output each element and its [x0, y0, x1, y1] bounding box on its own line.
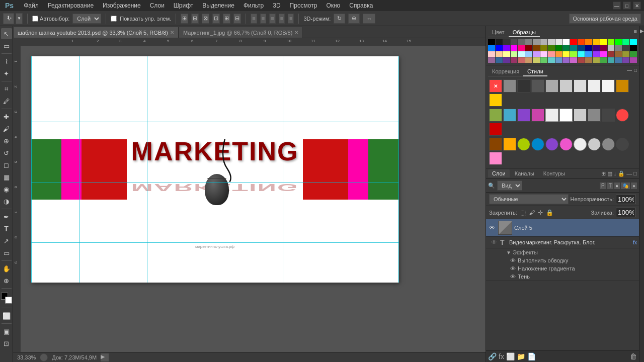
layer-text-eye[interactable]: 👁 — [490, 239, 498, 246]
color-swatch-0-1[interactable] — [496, 39, 503, 45]
color-swatch-3-9[interactable] — [555, 57, 562, 63]
align-center-btn[interactable]: ⊟ — [191, 14, 199, 24]
color-swatch-1-7[interactable] — [540, 45, 547, 51]
gradient-tool[interactable]: ▦ — [1, 171, 12, 183]
corr-icon-18[interactable] — [588, 109, 601, 122]
color-swatch-3-16[interactable] — [608, 57, 615, 63]
maximize-btn[interactable]: □ — [623, 2, 631, 10]
stamp-tool[interactable]: ⊕ — [1, 135, 12, 146]
layers-panel-icon-2[interactable]: ▤ — [607, 170, 612, 177]
select-tool[interactable]: ▭ — [1, 40, 12, 51]
color-swatch-3-5[interactable] — [525, 57, 532, 63]
move-tool-btn[interactable] — [3, 13, 14, 24]
lock-all-icon[interactable]: 🔒 — [546, 209, 553, 216]
color-swatch-3-0[interactable] — [488, 57, 495, 63]
status-play-btn[interactable] — [40, 353, 48, 361]
color-swatch-0-17[interactable] — [615, 39, 622, 45]
filter-btn-3[interactable]: ♦ — [614, 183, 620, 189]
color-swatch-0-2[interactable] — [503, 39, 510, 45]
effect-shadow[interactable]: 👁 Тень — [490, 273, 639, 281]
corr-icon-31[interactable] — [616, 138, 629, 151]
menu-font[interactable]: Шрифт — [170, 1, 197, 10]
corr-icon-19[interactable] — [602, 109, 615, 122]
delete-layer-btn[interactable]: 🗑 — [630, 352, 637, 360]
corr-icon-3[interactable] — [531, 79, 544, 93]
panel-collapse[interactable]: ▶ — [639, 26, 644, 362]
color-swatch-2-16[interactable] — [608, 51, 615, 57]
color-swatch-0-8[interactable] — [548, 39, 555, 45]
distribute-btn4[interactable]: ≡ — [279, 14, 285, 24]
color-swatch-3-4[interactable] — [518, 57, 525, 63]
color-swatch-2-9[interactable] — [555, 51, 562, 57]
corr-icon-25[interactable] — [531, 138, 544, 151]
menu-view[interactable]: Просмотр — [286, 1, 321, 10]
tab-0[interactable]: шаблон шапка youtube 2013.psd @ 33,3% (С… — [13, 27, 179, 38]
color-swatch-1-14[interactable] — [593, 45, 600, 51]
corr-icon-9[interactable] — [616, 79, 629, 93]
color-swatch-2-10[interactable] — [562, 51, 570, 57]
corr-icon-15[interactable] — [545, 109, 558, 122]
corr-icon-29[interactable] — [588, 138, 601, 151]
canvas-viewport[interactable]: MARKETING MARKETING маркетин — [21, 46, 486, 349]
corr-icon-16[interactable] — [559, 109, 573, 122]
color-swatch-0-12[interactable] — [578, 39, 585, 45]
fill-input[interactable] — [616, 208, 636, 217]
history-tool[interactable]: ↺ — [1, 147, 12, 158]
layer-item-text[interactable]: 👁 T Видеомаркетинг. Раскрутка. Блог. fx — [486, 237, 639, 248]
tab-paths[interactable]: Контуры — [539, 169, 569, 177]
layer-effects-btn[interactable]: fx — [499, 352, 504, 360]
corr-icon-30[interactable] — [602, 138, 615, 151]
fg-bg-colors[interactable] — [1, 293, 12, 304]
menu-filter[interactable]: Фильтр — [239, 1, 268, 10]
color-swatch-3-14[interactable] — [593, 57, 600, 63]
color-swatch-2-11[interactable] — [570, 51, 577, 57]
tab-1-close[interactable]: ✕ — [294, 30, 298, 35]
distribute-btn5[interactable]: ≡ — [288, 14, 294, 24]
text-tool[interactable]: T — [1, 223, 12, 234]
filter-toggle[interactable]: ● — [631, 183, 637, 189]
color-swatch-3-19[interactable] — [630, 57, 637, 63]
corr-icon-7[interactable] — [588, 79, 601, 93]
3d-scale-btn[interactable]: ↔ — [363, 14, 375, 24]
show-controls-checkbox[interactable] — [111, 16, 117, 22]
corr-icon-13[interactable] — [517, 109, 530, 122]
color-swatch-1-16[interactable] — [608, 45, 615, 51]
magic-wand-tool[interactable]: ✦ — [1, 68, 12, 79]
blur-tool[interactable]: ◉ — [1, 184, 12, 195]
corr-icon-22[interactable] — [489, 138, 502, 151]
layer-select[interactable]: Слой — [72, 14, 101, 24]
color-swatch-1-10[interactable] — [562, 45, 570, 51]
color-swatch-2-2[interactable] — [503, 51, 510, 57]
color-swatch-3-1[interactable] — [496, 57, 503, 63]
menu-edit[interactable]: Редактирование — [44, 1, 98, 10]
layer-sloy5-eye[interactable]: 👁 — [488, 224, 496, 231]
move-tool[interactable]: ↖ — [1, 28, 12, 39]
distribute-btn1[interactable]: ≡ — [251, 14, 257, 24]
filter-btn-2[interactable]: T — [607, 183, 613, 189]
effects-label[interactable]: ▼ Эффекты — [490, 248, 639, 256]
layers-panel-icon-5[interactable]: — — [626, 170, 632, 177]
corr-icon-11[interactable] — [489, 109, 502, 122]
color-swatch-0-3[interactable] — [511, 39, 518, 45]
color-swatch-3-6[interactable] — [533, 57, 540, 63]
color-swatch-1-0[interactable] — [488, 45, 495, 51]
corr-icon-10[interactable] — [489, 94, 502, 107]
close-btn[interactable]: ✕ — [633, 2, 641, 10]
layers-panel-icon-1[interactable]: ⊞ — [601, 170, 606, 177]
effect-gradient-eye[interactable]: 👁 — [510, 265, 516, 272]
corr-icon-0[interactable]: ✕ — [489, 79, 502, 93]
collapse-icon[interactable]: ▶ — [639, 28, 644, 34]
align-left-btn[interactable]: ⊞ — [181, 14, 188, 24]
color-swatch-3-15[interactable] — [600, 57, 607, 63]
color-swatch-2-6[interactable] — [533, 51, 540, 57]
color-swatch-2-12[interactable] — [578, 51, 585, 57]
color-swatch-1-13[interactable] — [585, 45, 592, 51]
color-swatch-0-19[interactable] — [630, 39, 637, 45]
3d-rotate-btn[interactable]: ↻ — [334, 14, 345, 24]
color-swatch-1-15[interactable] — [600, 45, 607, 51]
tab-correction[interactable]: Коррекция — [488, 67, 523, 76]
corr-icon-26[interactable] — [545, 138, 558, 151]
corr-icon-4[interactable] — [545, 79, 558, 93]
corr-maximize-icon[interactable]: □ — [634, 67, 637, 76]
heal-tool[interactable]: ✚ — [1, 111, 12, 122]
